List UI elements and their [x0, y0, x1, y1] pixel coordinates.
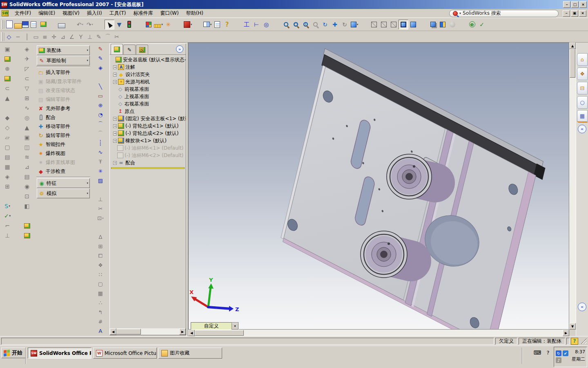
- sep-icon[interactable]: [173, 20, 183, 29]
- tree-horizontal-scrollbar[interactable]: ◀ ▶: [110, 328, 186, 335]
- toolbar-icon[interactable]: ✓▾: [2, 211, 13, 221]
- menu-item-6[interactable]: 窗口(W): [156, 9, 182, 18]
- toolbar-icon[interactable]: ╲: [95, 82, 106, 91]
- command-item-mate[interactable]: 配合: [36, 113, 91, 122]
- toolbar-icon[interactable]: ⌒: [95, 119, 106, 129]
- menu-item-7[interactable]: 帮助(H): [183, 9, 207, 18]
- toolbar-icon[interactable]: ⊢: [252, 20, 261, 29]
- gold-icon[interactable]: [38, 20, 48, 29]
- sep-icon[interactable]: [48, 20, 58, 29]
- taskpane-tab-file-explorer[interactable]: ⊟: [577, 82, 588, 94]
- sep-icon[interactable]: [2, 103, 13, 113]
- sep-icon[interactable]: [271, 20, 281, 29]
- command-header-assembly[interactable]: 装配体▾: [37, 45, 90, 55]
- tree-item[interactable]: +(-) 背轮总成<2> (默认): [111, 130, 186, 137]
- sep-icon[interactable]: [134, 20, 144, 29]
- tree-item[interactable]: ◇上视基准面: [111, 93, 186, 100]
- dropdown-arrow[interactable]: ▾: [87, 49, 88, 52]
- scroll-right-button[interactable]: ▶: [179, 328, 186, 335]
- dropdown-arrow[interactable]: ▾: [87, 192, 88, 195]
- toolbar-icon[interactable]: ✎: [95, 44, 106, 54]
- expand-box[interactable]: +: [113, 65, 117, 69]
- cubes-icon[interactable]: [408, 20, 418, 29]
- mdi-minimize-button[interactable]: －: [563, 10, 570, 17]
- tree-item[interactable]: +◆设计活页夹: [111, 71, 186, 78]
- sep-icon[interactable]: [95, 185, 106, 195]
- command-item-rotate-component[interactable]: ↻旋转零部件: [36, 131, 91, 140]
- security-shield-icon[interactable]: ✔: [563, 350, 568, 356]
- mag-icon[interactable]: [281, 20, 291, 29]
- toolbar-icon[interactable]: ✚: [330, 20, 340, 29]
- expand-box[interactable]: +: [113, 124, 117, 128]
- tree-item[interactable]: ↥原点: [111, 108, 186, 115]
- toolbar-icon[interactable]: ◎: [261, 20, 271, 29]
- minimize-button[interactable]: －: [563, 1, 570, 8]
- help-bubble[interactable]: ?: [544, 348, 552, 357]
- scrollbar-thumb[interactable]: [570, 49, 575, 78]
- sep-icon[interactable]: [95, 223, 106, 232]
- scroll-up-button[interactable]: ▲: [569, 43, 576, 49]
- command-item-interference-detection[interactable]: ◆干涉检查: [36, 167, 91, 176]
- toolbar-icon[interactable]: ↻: [320, 20, 330, 29]
- sep-icon[interactable]: [359, 20, 369, 29]
- mag-icon[interactable]: ±: [301, 20, 310, 29]
- mag-icon[interactable]: □: [291, 20, 301, 29]
- scroll-left-button[interactable]: ◀: [188, 330, 195, 336]
- taskbar-task-1[interactable]: WMicrosoft Office Picture ...: [93, 348, 157, 359]
- roller-wheel-2[interactable]: [361, 231, 411, 278]
- mdi-restore-button[interactable]: ▣: [571, 10, 578, 17]
- maximize-button[interactable]: □: [571, 1, 579, 8]
- tree-item[interactable]: (-) 油杯M6<2> (Default): [111, 152, 186, 159]
- configuration-dropdown[interactable]: 自定义 ▾: [191, 322, 239, 330]
- toolbar-icon[interactable]: S▾: [2, 201, 13, 211]
- cube-icon[interactable]: [369, 20, 379, 29]
- gold-icon[interactable]: [2, 74, 13, 83]
- tree-item[interactable]: (-) 油杯M6<1> (Default): [111, 144, 186, 152]
- language-bar-icon[interactable]: ↻: [556, 350, 561, 356]
- menu-item-3[interactable]: 插入(I): [83, 9, 106, 18]
- panes-icon[interactable]: ▾: [203, 20, 212, 29]
- section-icon[interactable]: [438, 20, 448, 29]
- open-icon[interactable]: [14, 23, 22, 29]
- dropdown-arrow[interactable]: ▾: [82, 23, 84, 26]
- dropdown-arrow[interactable]: ▾: [357, 23, 359, 26]
- gold-icon[interactable]: [22, 221, 32, 231]
- command-item-insert-component[interactable]: 🗀插入零部件: [36, 68, 91, 77]
- cube-icon[interactable]: [379, 20, 389, 29]
- cubeshadow-icon[interactable]: [428, 20, 438, 29]
- toolbar-icon[interactable]: ⊕: [95, 101, 106, 110]
- dropdown-arrow[interactable]: ▾: [92, 23, 94, 26]
- viewport-horizontal-scrollbar[interactable]: ◀ ▶: [188, 330, 569, 336]
- start-button[interactable]: 开始: [1, 348, 26, 358]
- collapse-chevron-0[interactable]: «: [578, 125, 586, 133]
- sep-icon[interactable]: [457, 20, 467, 29]
- scroll-left-button[interactable]: ◀: [110, 328, 116, 335]
- expand-box[interactable]: +: [113, 132, 117, 135]
- tray-clock[interactable]: 8:37 星期二: [572, 348, 585, 366]
- collapse-chevron-1[interactable]: «: [578, 303, 586, 311]
- scroll-down-button[interactable]: ▼: [569, 323, 576, 330]
- keyboard-indicator[interactable]: ⌨: [533, 348, 541, 357]
- sep-icon[interactable]: [95, 72, 106, 82]
- expand-box[interactable]: +: [113, 117, 117, 121]
- dropdown-arrow[interactable]: ▾: [191, 23, 192, 26]
- tree-item[interactable]: +(-) 背轮总成<1> (默认): [111, 122, 186, 130]
- sep-icon[interactable]: [193, 20, 203, 29]
- status-help-icon[interactable]: ?: [571, 338, 578, 345]
- sw-icon[interactable]: ▾: [183, 20, 193, 29]
- tree-item[interactable]: +∞配合: [111, 159, 186, 166]
- sep-icon[interactable]: [22, 211, 32, 221]
- dropdown-arrow[interactable]: ▾: [87, 182, 88, 185]
- toolbar-icon[interactable]: 工: [242, 20, 252, 29]
- traffic-icon[interactable]: [124, 20, 134, 29]
- command-header-sketch[interactable]: ✎草图绘制▾: [37, 56, 90, 65]
- taskpane-tab-solidworks-resources[interactable]: ⌂: [577, 53, 588, 66]
- viewport-vertical-scrollbar[interactable]: ▲ ▼: [569, 43, 576, 330]
- menu-item-4[interactable]: 工具(T): [106, 9, 130, 18]
- toolbar-icon[interactable]: ✳: [95, 166, 106, 176]
- tab-property-manager[interactable]: ✎: [123, 45, 136, 54]
- cube-icon[interactable]: [389, 20, 399, 29]
- tree-expand-button[interactable]: »: [176, 45, 183, 53]
- tab-feature-manager[interactable]: [111, 44, 123, 54]
- palette-icon[interactable]: [144, 20, 154, 29]
